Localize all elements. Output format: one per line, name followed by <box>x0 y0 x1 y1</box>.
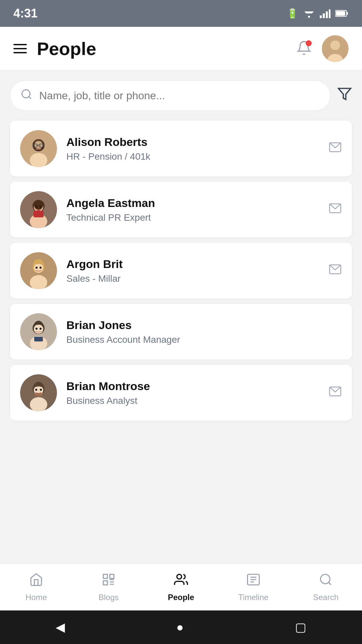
hamburger-menu-button[interactable] <box>13 44 27 53</box>
search-box[interactable] <box>10 80 330 111</box>
person-card[interactable]: Argon Brit Sales - Millar <box>10 243 352 299</box>
status-icons: 🔋 <box>287 8 349 19</box>
svg-rect-7 <box>329 9 330 18</box>
person-avatar <box>20 191 57 228</box>
person-card[interactable]: Brian Montrose Business Analyst <box>10 365 352 421</box>
svg-point-54 <box>40 389 42 391</box>
person-info: Alison Roberts HR - Pension / 401k <box>66 136 319 162</box>
svg-rect-33 <box>34 211 44 217</box>
wifi-icon <box>303 9 315 18</box>
person-name: Alison Roberts <box>66 136 319 149</box>
person-avatar <box>20 252 57 289</box>
svg-point-39 <box>36 267 38 269</box>
header-left: People <box>13 38 96 59</box>
mail-button[interactable] <box>328 202 342 218</box>
filter-button[interactable] <box>337 87 352 105</box>
notification-bell-button[interactable] <box>296 40 312 57</box>
user-avatar[interactable] <box>322 35 349 62</box>
person-info: Argon Brit Sales - Millar <box>66 258 319 284</box>
person-avatar <box>20 374 57 411</box>
person-role: Sales - Millar <box>66 273 319 284</box>
person-role: Technical PR Expert <box>66 212 319 223</box>
person-card[interactable]: Alison Roberts HR - Pension / 401k <box>10 121 352 176</box>
person-role: Business Account Manager <box>66 334 342 345</box>
page-title: People <box>37 38 96 59</box>
person-role: Business Analyst <box>66 395 319 406</box>
person-card[interactable]: Angela Eastman Technical PR Expert <box>10 182 352 237</box>
search-input[interactable] <box>39 90 320 102</box>
person-name: Angela Eastman <box>66 197 319 210</box>
sim-icon: 🔋 <box>287 8 298 19</box>
svg-point-20 <box>30 153 47 167</box>
bottom-nav: Home Blogs People <box>0 564 362 610</box>
nav-item-timeline[interactable]: Timeline <box>223 573 284 602</box>
person-info: Brian Montrose Business Analyst <box>66 380 319 406</box>
android-nav: ◀ ● ▢ <box>0 610 362 644</box>
svg-point-50 <box>30 397 47 411</box>
person-name: Brian Jones <box>66 319 342 332</box>
svg-rect-9 <box>347 12 348 15</box>
svg-marker-17 <box>339 89 351 100</box>
header-right <box>296 35 349 62</box>
svg-point-53 <box>35 389 37 391</box>
battery-icon <box>335 10 349 17</box>
nav-item-home[interactable]: Home <box>6 573 66 602</box>
nav-label-home: Home <box>25 593 47 602</box>
notification-dot <box>306 40 312 46</box>
search-nav-icon <box>319 573 333 590</box>
person-info: Angela Eastman Technical PR Expert <box>66 197 319 223</box>
svg-rect-58 <box>103 581 107 585</box>
person-name: Argon Brit <box>66 258 319 271</box>
people-list: Alison Roberts HR - Pension / 401k Angel… <box>0 114 362 427</box>
svg-rect-48 <box>34 337 43 341</box>
person-info: Brian Jones Business Account Manager <box>66 319 342 345</box>
person-avatar <box>20 313 57 350</box>
nav-item-people[interactable]: People <box>151 573 211 602</box>
svg-point-31 <box>36 206 38 208</box>
nav-item-blogs[interactable]: Blogs <box>78 573 139 602</box>
mail-button[interactable] <box>328 263 342 279</box>
svg-line-16 <box>29 96 31 99</box>
svg-point-32 <box>40 206 42 208</box>
mail-button[interactable] <box>328 141 342 157</box>
svg-rect-10 <box>336 11 345 16</box>
svg-point-62 <box>177 574 182 579</box>
android-home-button[interactable]: ● <box>176 620 184 634</box>
blogs-icon <box>102 573 116 590</box>
svg-point-3 <box>308 16 310 18</box>
svg-point-36 <box>30 275 47 289</box>
nav-label-timeline: Timeline <box>238 593 268 602</box>
svg-point-67 <box>320 574 330 584</box>
person-name: Brian Montrose <box>66 380 319 393</box>
svg-point-47 <box>40 328 42 330</box>
person-role: HR - Pension / 401k <box>66 151 319 162</box>
svg-point-14 <box>330 41 340 50</box>
svg-line-68 <box>328 582 331 585</box>
header: People <box>0 27 362 70</box>
person-avatar <box>20 130 57 167</box>
home-icon <box>29 573 43 590</box>
timeline-icon <box>246 573 260 590</box>
android-back-button[interactable]: ◀ <box>56 620 65 634</box>
avatar-image <box>322 35 349 62</box>
svg-point-40 <box>40 267 42 269</box>
people-icon <box>174 573 188 590</box>
svg-rect-4 <box>320 15 322 18</box>
svg-rect-57 <box>110 574 114 578</box>
search-box-icon <box>20 88 33 103</box>
search-container <box>0 70 362 114</box>
nav-item-search[interactable]: Search <box>296 573 356 602</box>
nav-label-search: Search <box>313 593 339 602</box>
svg-rect-56 <box>103 574 107 578</box>
mail-button[interactable] <box>328 385 342 401</box>
nav-label-people: People <box>168 593 194 602</box>
nav-label-blogs: Blogs <box>99 593 119 602</box>
svg-point-15 <box>22 90 30 98</box>
svg-rect-6 <box>326 11 328 18</box>
svg-point-46 <box>36 328 38 330</box>
signal-icon <box>320 9 330 18</box>
svg-rect-5 <box>323 13 325 18</box>
status-time: 4:31 <box>13 6 38 20</box>
android-recents-button[interactable]: ▢ <box>295 620 306 634</box>
person-card[interactable]: Brian Jones Business Account Manager <box>10 304 352 360</box>
